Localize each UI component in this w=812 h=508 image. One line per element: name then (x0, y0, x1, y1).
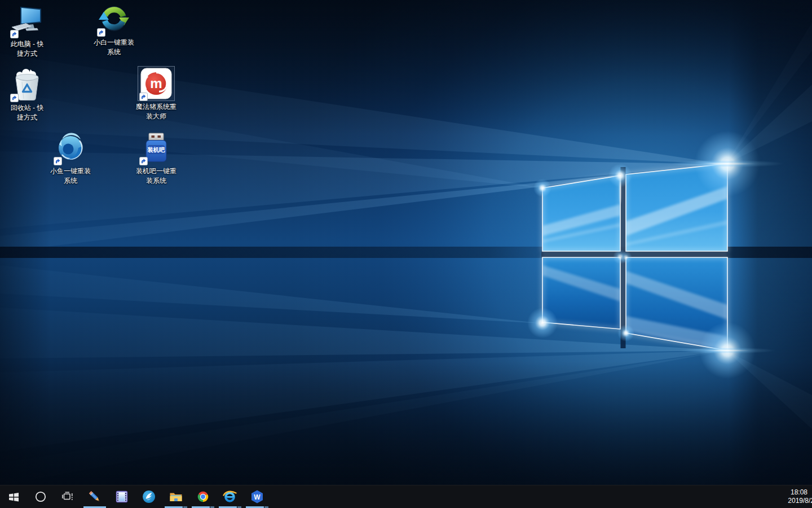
chrome-icon (196, 490, 210, 503)
pencil-icon (87, 489, 102, 504)
clock-date: 2019/8/2 (747, 497, 812, 505)
shortcut-arrow-icon (97, 28, 105, 37)
start-button[interactable] (0, 485, 27, 508)
shortcut-arrow-icon (139, 157, 148, 165)
icon-label: 系统 (64, 177, 77, 185)
icon-label: 捷方式 (17, 50, 37, 58)
taskbar: W 18:08 2019/8/2 (0, 485, 812, 508)
desktop-screen: 此电脑 - 快 捷方式 (0, 0, 812, 508)
svg-text:W: W (254, 493, 261, 501)
taskbar-clock[interactable]: 18:08 2019/8/2 (747, 488, 812, 505)
windows-logo-icon (8, 491, 20, 503)
shortcut-arrow-icon (10, 30, 19, 38)
icon-label: 回收站 - 快 (11, 104, 44, 112)
cortana-circle-icon (34, 490, 47, 503)
clock-time: 18:08 (747, 488, 812, 497)
folder-icon (169, 489, 183, 504)
desktop-icon-xiaoyu-reinstall[interactable]: 小鱼一键重装 系统 (48, 130, 92, 185)
desktop-icon-area: 此电脑 - 快 捷方式 (0, 0, 812, 485)
icon-label: 装机吧一键重 (136, 167, 176, 175)
desktop-icon-this-pc-shortcut[interactable]: 此电脑 - 快 捷方式 (5, 3, 49, 58)
taskbar-app-pencil[interactable] (81, 485, 108, 508)
icon-label: 魔法猪系统重 (136, 103, 176, 111)
desktop-icon-xiaobai-reinstall[interactable]: 小白一键重装 系统 (92, 2, 136, 56)
task-view-button[interactable] (54, 485, 81, 508)
taskbar-app-wps-office[interactable]: W (244, 485, 271, 508)
taskbar-app-internet-explorer[interactable] (217, 485, 244, 508)
icon-label: 小白一键重装 (94, 38, 134, 46)
taskbar-app-bird[interactable] (135, 485, 162, 508)
wps-hexagon-icon: W (250, 489, 264, 504)
taskbar-app-file-explorer[interactable] (162, 485, 189, 508)
taskbar-app-video-player[interactable] (108, 485, 135, 508)
icon-label: 系统 (107, 48, 121, 56)
shortcut-arrow-icon (54, 157, 62, 165)
svg-text:装机吧: 装机吧 (147, 146, 165, 153)
desktop-icon-recycle-bin-shortcut[interactable]: 回收站 - 快 捷方式 (5, 67, 49, 121)
shortcut-arrow-icon (10, 94, 19, 102)
icon-label: 捷方式 (17, 113, 37, 121)
icon-label: 装系统 (146, 177, 166, 185)
desktop-icon-mofazhu-master[interactable]: m 魔法猪系统重 装大师 (134, 66, 178, 120)
shortcut-arrow-icon (139, 93, 148, 101)
desktop-icon-zhuangjiba-reinstall[interactable]: 装机吧 装机吧一键重 装系统 (134, 130, 178, 185)
blue-bird-icon (142, 489, 156, 504)
taskbar-app-chrome[interactable] (189, 485, 217, 508)
svg-text:m: m (150, 76, 162, 91)
task-view-icon (61, 490, 74, 503)
icon-label: 装大师 (146, 112, 166, 120)
search-button[interactable] (27, 485, 54, 508)
film-strip-icon (115, 490, 129, 503)
icon-label: 小鱼一键重装 (50, 167, 91, 175)
icon-label: 此电脑 - 快 (11, 40, 44, 48)
ie-icon (222, 489, 238, 504)
